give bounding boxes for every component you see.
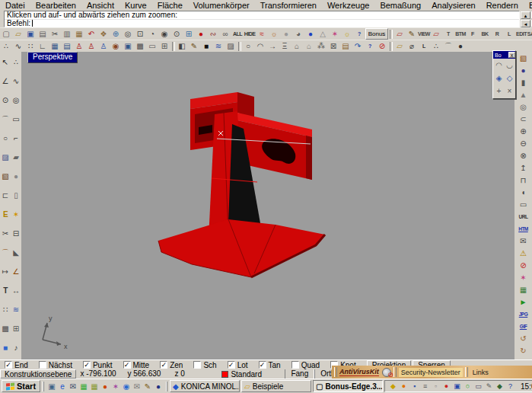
- top-view-button[interactable]: T: [442, 28, 454, 40]
- edge-bridge-icon-1[interactable]: ◠: [494, 60, 505, 71]
- edge-shell-icon-1[interactable]: ◈: [494, 73, 505, 84]
- menu-item[interactable]: Analysieren: [426, 1, 480, 11]
- zoom-icon[interactable]: ◎: [122, 28, 134, 40]
- circle-icon[interactable]: ⊙: [0, 95, 11, 106]
- osnap-dialog-icon[interactable]: ▦: [49, 40, 61, 52]
- left-view-button[interactable]: L: [503, 28, 515, 40]
- window-icon[interactable]: ⊞: [158, 40, 170, 52]
- folder-icon[interactable]: ▱: [393, 40, 406, 52]
- control-points-icon[interactable]: ∴: [11, 57, 21, 68]
- sphere-render-icon[interactable]: ●: [304, 28, 317, 40]
- toolbar-grip[interactable]: [393, 367, 397, 377]
- bottom-view-button[interactable]: BTM: [454, 28, 467, 40]
- plane-icon[interactable]: ▱: [430, 28, 442, 40]
- bars-icon[interactable]: Ξ: [279, 40, 291, 52]
- sphere-wire-icon[interactable]: ●: [280, 28, 292, 40]
- zoom-extents-icon[interactable]: ◉: [158, 28, 170, 40]
- shell-icon[interactable]: ◖: [517, 186, 530, 198]
- select-fish-icon[interactable]: ∾: [207, 28, 219, 40]
- osnap-toggle[interactable]: Sch: [193, 361, 216, 369]
- tray-shield-icon[interactable]: ◆: [495, 382, 505, 391]
- walk-tool-icon-1[interactable]: ♙: [73, 40, 85, 52]
- move-view-icon[interactable]: ⊕: [110, 28, 122, 40]
- pencil-edit-icon[interactable]: ✎: [406, 28, 418, 40]
- taskbar-grip[interactable]: [43, 382, 44, 391]
- links-toolbar-label[interactable]: Links: [470, 368, 491, 377]
- house-icon-2[interactable]: ⌂: [303, 40, 315, 52]
- layer-pane[interactable]: Standard: [218, 369, 285, 379]
- html-button[interactable]: HTM: [517, 222, 530, 235]
- ball-icon[interactable]: ●: [153, 381, 164, 392]
- boolean-union-icon[interactable]: ⊕: [517, 125, 530, 137]
- dialog-tool-icon[interactable]: ▭: [517, 198, 530, 210]
- checkbox[interactable]: [39, 361, 46, 369]
- corner-arc-icon[interactable]: ⌐: [11, 133, 21, 144]
- warning-icon[interactable]: ⚠: [517, 247, 530, 259]
- hatch-icon[interactable]: ▩: [0, 324, 11, 334]
- trim-icon[interactable]: ✂: [0, 228, 11, 239]
- mail2-icon[interactable]: ✉: [132, 381, 142, 392]
- diameter-icon[interactable]: ⌀: [406, 40, 418, 52]
- osnap-toggle[interactable]: Zen: [160, 361, 183, 369]
- cone-icon[interactable]: △: [317, 28, 329, 40]
- menu-item[interactable]: Fläche: [152, 1, 188, 11]
- sphere-shaded-icon[interactable]: ◕: [292, 28, 304, 40]
- taskbar-grip[interactable]: [166, 382, 167, 391]
- question-icon[interactable]: ?: [364, 40, 376, 52]
- tray-lock-icon[interactable]: ◆: [388, 382, 398, 391]
- walk-tool-icon-2[interactable]: ♙: [85, 40, 97, 52]
- select-all-button[interactable]: ALL: [231, 28, 244, 40]
- dots-icon[interactable]: ∴: [430, 40, 442, 52]
- point-grid-icon[interactable]: ∷: [0, 305, 11, 315]
- boolean-intersection-icon[interactable]: ⊗: [517, 149, 530, 161]
- world-map-icon[interactable]: ▦: [517, 283, 530, 296]
- menu-item[interactable]: Rendern: [481, 1, 524, 11]
- flower-icon[interactable]: ✶: [329, 28, 341, 40]
- url-button[interactable]: URL: [517, 210, 530, 222]
- scatter-points-icon[interactable]: ∷: [24, 40, 37, 52]
- circle-2pt-icon[interactable]: ○: [0, 133, 11, 144]
- plane-tool-icon[interactable]: ▰: [11, 152, 21, 163]
- viewport-label[interactable]: Perspektive: [27, 52, 78, 63]
- menu-item[interactable]: Bearbeiten: [30, 1, 81, 11]
- tray-gray-icon[interactable]: ▫: [431, 382, 441, 391]
- points-star-icon[interactable]: ⁂: [315, 40, 327, 52]
- shade-toggle-icon[interactable]: ◧: [176, 40, 188, 52]
- grid-snap-icon[interactable]: ⊞: [183, 28, 195, 40]
- text-icon[interactable]: T: [0, 286, 11, 296]
- front-view-button[interactable]: F: [467, 28, 479, 40]
- status-pane[interactable]: Fang: [285, 369, 314, 379]
- clipboard-icon[interactable]: ▤: [339, 40, 352, 52]
- checkbox[interactable]: [83, 361, 91, 369]
- point-icon[interactable]: ●: [195, 28, 207, 40]
- checker-icon[interactable]: ▩: [134, 40, 146, 52]
- menu-item[interactable]: Kurve: [119, 1, 152, 11]
- audio-note-icon[interactable]: ♪: [11, 343, 21, 353]
- tray-monitor-icon[interactable]: ▭: [473, 382, 483, 391]
- security-newsletter-link[interactable]: Security-Newsletter: [399, 368, 463, 377]
- textbox-icon[interactable]: ▯: [11, 190, 21, 201]
- osnap-toggle[interactable]: Tan: [259, 361, 281, 369]
- solid-fill-icon[interactable]: ■: [200, 40, 212, 52]
- command-scroll-up[interactable]: ▴: [521, 11, 530, 19]
- command-prompt-line[interactable]: Befehl:: [5, 19, 519, 27]
- tray-plug-icon[interactable]: ≡: [420, 382, 430, 391]
- edge-bridge-icon-2[interactable]: ◡: [505, 60, 515, 71]
- interp-curve-icon[interactable]: ∿: [11, 76, 21, 87]
- surface-icon[interactable]: ▨: [0, 152, 11, 163]
- arrow-right-icon[interactable]: →: [266, 40, 279, 52]
- command-prev[interactable]: ◂: [521, 20, 530, 27]
- edit-points-icon[interactable]: ∴: [0, 40, 12, 52]
- pipe-icon[interactable]: ⊂: [517, 113, 530, 125]
- browser-icon[interactable]: e: [57, 381, 68, 392]
- pan-view-icon[interactable]: ❖: [97, 28, 110, 40]
- mail-icon[interactable]: ✉: [517, 235, 530, 247]
- bonus-palette-titlebar[interactable]: Bo x: [493, 51, 515, 59]
- checkbox[interactable]: [291, 361, 299, 369]
- rotate-arc-icon[interactable]: ◠: [254, 40, 266, 52]
- clamp-icon[interactable]: ⊏: [0, 190, 11, 201]
- checkbox[interactable]: [259, 361, 266, 369]
- osnap-toggle[interactable]: Lot: [228, 361, 248, 369]
- cylinder-icon[interactable]: ▮: [517, 76, 530, 88]
- dot-end-icon[interactable]: ●: [454, 40, 467, 52]
